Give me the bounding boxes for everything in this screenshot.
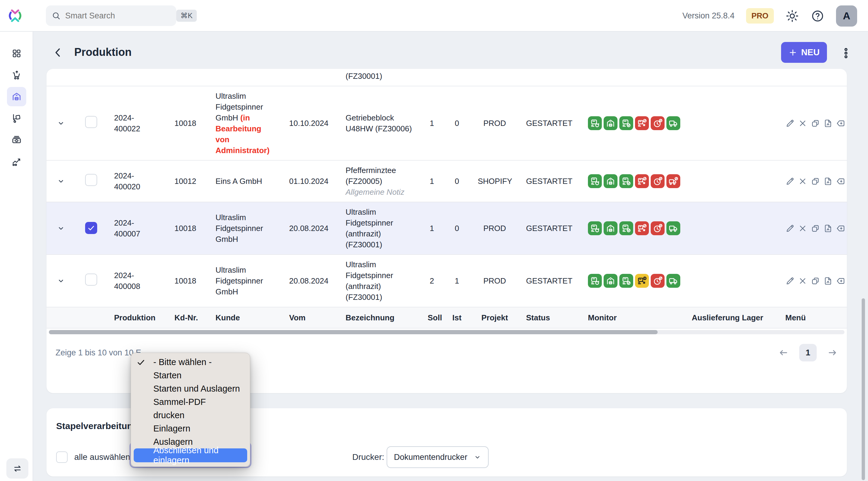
gear-icon[interactable]: [785, 9, 799, 23]
search-input[interactable]: [65, 11, 172, 21]
col-projekt[interactable]: Projekt: [470, 307, 519, 328]
horizontal-scrollbar-thumb[interactable]: [49, 330, 658, 334]
next-page-icon[interactable]: [827, 347, 838, 358]
expand-chevron-icon[interactable]: [57, 224, 65, 233]
sidebar-item-reports[interactable]: [7, 152, 26, 171]
menu-option[interactable]: - Bitte wählen -: [131, 355, 250, 369]
time-blocked-icon[interactable]: [651, 274, 664, 288]
menu-option[interactable]: Einlagern: [131, 422, 250, 435]
back-button[interactable]: [51, 46, 65, 59]
delivery-truck-icon[interactable]: [666, 274, 680, 288]
smart-search[interactable]: ⌘K: [46, 5, 176, 26]
edit-pencil-icon[interactable]: [785, 119, 795, 128]
menu-option[interactable]: Sammel-PDF: [131, 395, 250, 409]
production-out-blocked-icon[interactable]: [635, 221, 649, 235]
pdf-export-icon[interactable]: [823, 224, 833, 233]
pdf-export-icon[interactable]: [823, 177, 833, 186]
expand-chevron-icon[interactable]: [57, 119, 65, 127]
duplicate-icon[interactable]: [811, 119, 820, 128]
table-row[interactable]: 2024-400020 10012 Eins A GmbH 01.10.2024…: [46, 160, 847, 202]
col-kunde[interactable]: Kunde: [208, 307, 282, 328]
select-all-checkbox[interactable]: [56, 451, 68, 463]
remove-x-icon[interactable]: [798, 276, 807, 285]
sidebar-item-dashboard[interactable]: [7, 44, 26, 63]
col-status[interactable]: Status: [519, 307, 581, 328]
sidebar-item-finance[interactable]: [7, 130, 26, 150]
tag-add-icon[interactable]: [836, 177, 845, 186]
col-monitor[interactable]: Monitor: [581, 307, 684, 328]
production-out-blocked-icon[interactable]: [635, 174, 649, 188]
avatar[interactable]: A: [836, 5, 857, 27]
production-check-icon[interactable]: [619, 174, 633, 188]
sidebar-item-sales[interactable]: [7, 65, 26, 85]
sidebar-transfer-button[interactable]: [6, 458, 28, 479]
expand-chevron-icon[interactable]: [57, 277, 65, 285]
delivery-truck-icon[interactable]: [666, 221, 680, 235]
sidebar-item-warehouse[interactable]: [7, 87, 26, 106]
production-sync-icon[interactable]: [588, 116, 602, 130]
printer-select[interactable]: Dokumentendrucker: [386, 446, 489, 468]
time-blocked-icon[interactable]: [651, 116, 664, 130]
menu-option[interactable]: drucken: [131, 409, 250, 422]
more-options-icon[interactable]: [840, 47, 852, 59]
tag-add-icon[interactable]: [836, 224, 845, 233]
table-row[interactable]: 2024-400022 10018 Ultraslim Fidgetspinne…: [46, 86, 847, 160]
horizontal-scrollbar[interactable]: [49, 330, 844, 334]
menu-option-highlighted[interactable]: Abschließen und einlagern: [134, 448, 247, 462]
menu-option[interactable]: Starten und Auslagern: [131, 382, 250, 395]
production-check-icon[interactable]: [619, 221, 633, 235]
production-sync-icon[interactable]: [588, 221, 602, 235]
production-out-blocked-icon[interactable]: [635, 116, 649, 130]
production-sync-icon[interactable]: [588, 274, 602, 288]
edit-pencil-icon[interactable]: [785, 177, 795, 186]
production-check-icon[interactable]: [619, 116, 633, 130]
edit-pencil-icon[interactable]: [785, 276, 795, 285]
col-ist[interactable]: Ist: [443, 307, 470, 328]
row-checkbox[interactable]: [85, 274, 97, 285]
col-auslieferung-lager[interactable]: Auslieferung Lager: [684, 307, 778, 328]
help-icon[interactable]: [811, 9, 825, 23]
production-out-warning-icon[interactable]: [635, 274, 649, 288]
warehouse-status-icon[interactable]: [603, 221, 618, 235]
col-bezeichnung[interactable]: Bezeichnung: [338, 307, 421, 328]
sidebar-item-logistics[interactable]: [7, 109, 26, 128]
row-checkbox[interactable]: [85, 116, 97, 128]
delivery-blocked-icon[interactable]: [666, 174, 680, 188]
table-row-clipped[interactable]: (FZ30001): [46, 69, 847, 86]
row-checkbox-checked[interactable]: [85, 222, 97, 234]
expand-chevron-icon[interactable]: [57, 177, 65, 185]
duplicate-icon[interactable]: [811, 224, 820, 233]
col-menu[interactable]: Menü: [778, 307, 847, 328]
production-sync-icon[interactable]: [588, 174, 602, 188]
current-page[interactable]: 1: [799, 344, 817, 361]
duplicate-icon[interactable]: [811, 177, 820, 186]
production-check-icon[interactable]: [619, 274, 633, 288]
delivery-truck-icon[interactable]: [666, 116, 680, 130]
time-blocked-icon[interactable]: [651, 174, 664, 188]
monitor-badges: [588, 221, 677, 235]
edit-pencil-icon[interactable]: [785, 224, 795, 233]
menu-option[interactable]: Starten: [131, 369, 250, 382]
tag-add-icon[interactable]: [836, 119, 845, 128]
col-produktion[interactable]: Produktion: [107, 307, 167, 328]
col-kd-nr[interactable]: Kd-Nr.: [167, 307, 208, 328]
table-row[interactable]: 2024-400008 10018 Ultraslim Fidgetspinne…: [46, 254, 847, 307]
warehouse-status-icon[interactable]: [603, 174, 618, 188]
tag-add-icon[interactable]: [836, 276, 845, 285]
remove-x-icon[interactable]: [798, 224, 807, 233]
time-blocked-icon[interactable]: [651, 221, 664, 235]
warehouse-status-icon[interactable]: [603, 274, 618, 288]
remove-x-icon[interactable]: [798, 119, 807, 128]
table-row-selected[interactable]: 2024-400007 10018 Ultraslim Fidgetspinne…: [46, 202, 847, 254]
new-button[interactable]: NEU: [781, 42, 827, 63]
vertical-scrollbar-thumb[interactable]: [862, 298, 865, 480]
col-vom[interactable]: Vom: [282, 307, 338, 328]
duplicate-icon[interactable]: [811, 276, 820, 285]
remove-x-icon[interactable]: [798, 177, 807, 186]
warehouse-status-icon[interactable]: [603, 116, 618, 130]
pdf-export-icon[interactable]: [823, 119, 833, 128]
prev-page-icon[interactable]: [778, 347, 789, 358]
col-soll[interactable]: Soll: [421, 307, 443, 328]
pdf-export-icon[interactable]: [823, 276, 833, 285]
row-checkbox[interactable]: [85, 174, 97, 186]
